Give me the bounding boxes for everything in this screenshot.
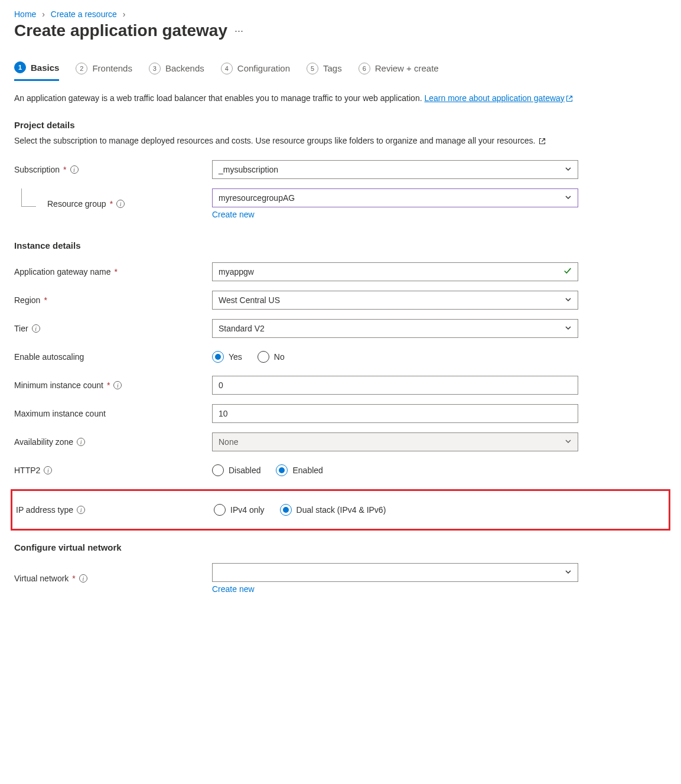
- step-number-icon: 4: [221, 63, 233, 74]
- chevron-down-icon: [565, 324, 572, 333]
- gateway-name-label: Application gateway name *: [14, 267, 212, 276]
- step-number-icon: 3: [149, 63, 161, 74]
- http2-disabled-radio[interactable]: Disabled: [212, 464, 260, 476]
- required-icon: *: [72, 574, 75, 583]
- required-icon: *: [44, 295, 47, 305]
- required-icon: *: [114, 267, 117, 276]
- http2-label: HTTP2 i: [14, 466, 212, 475]
- region-select[interactable]: West Central US: [212, 291, 578, 310]
- autoscaling-yes-radio[interactable]: Yes: [212, 351, 242, 363]
- tier-select[interactable]: Standard V2: [212, 319, 578, 338]
- resource-group-select[interactable]: myresourcegroupAG: [212, 188, 578, 207]
- tab-label: Frontends: [92, 63, 132, 73]
- virtual-network-label: Virtual network * i: [14, 574, 212, 583]
- chevron-down-icon: [565, 165, 572, 174]
- breadcrumb-home[interactable]: Home: [14, 9, 36, 19]
- info-icon[interactable]: i: [32, 324, 40, 333]
- required-icon: *: [107, 380, 110, 390]
- chevron-right-icon: ›: [42, 9, 45, 19]
- radio-icon: [258, 351, 269, 363]
- chevron-down-icon: [565, 437, 572, 447]
- tab-label: Backends: [165, 63, 204, 73]
- tab-configuration[interactable]: 4 Configuration: [221, 61, 290, 81]
- info-icon[interactable]: i: [70, 165, 79, 174]
- external-link-icon: [565, 93, 573, 103]
- required-icon: *: [63, 165, 66, 174]
- breadcrumb-create-resource[interactable]: Create a resource: [51, 9, 117, 19]
- ipv4-only-radio[interactable]: IPv4 only: [214, 504, 265, 516]
- radio-icon: [212, 351, 224, 363]
- chevron-down-icon: [565, 193, 572, 203]
- learn-more-link[interactable]: Learn more about application gateway: [424, 93, 572, 103]
- breadcrumb: Home › Create a resource ›: [14, 9, 667, 19]
- tab-label: Configuration: [237, 63, 290, 73]
- info-icon[interactable]: i: [77, 506, 85, 514]
- radio-icon: [280, 504, 292, 516]
- create-new-rg-link[interactable]: Create new: [212, 210, 255, 219]
- checkmark-icon: [563, 267, 572, 277]
- chevron-down-icon: [565, 568, 572, 577]
- info-icon[interactable]: i: [79, 574, 87, 583]
- external-link-icon[interactable]: [537, 136, 546, 145]
- max-instance-label: Maximum instance count: [14, 409, 212, 418]
- info-icon[interactable]: i: [116, 200, 125, 208]
- max-instance-input[interactable]: 10: [212, 404, 578, 423]
- radio-icon: [214, 504, 226, 516]
- info-icon[interactable]: i: [44, 466, 52, 474]
- ip-address-type-label: IP address type i: [16, 505, 214, 515]
- ip-address-type-highlight: IP address type i IPv4 only Dual stack (…: [11, 489, 670, 531]
- info-icon[interactable]: i: [77, 438, 85, 446]
- step-number-icon: 1: [14, 61, 26, 73]
- tab-review-create[interactable]: 6 Review + create: [359, 61, 439, 81]
- project-details-description: Select the subscription to manage deploy…: [14, 135, 667, 147]
- tab-tags[interactable]: 5 Tags: [307, 61, 342, 81]
- autoscaling-no-radio[interactable]: No: [258, 351, 285, 363]
- info-icon[interactable]: i: [113, 381, 122, 389]
- gateway-name-input[interactable]: myappgw: [212, 262, 578, 281]
- required-icon: *: [110, 199, 113, 209]
- radio-icon: [276, 464, 288, 476]
- tab-label: Basics: [31, 63, 59, 73]
- subscription-label: Subscription * i: [14, 165, 212, 174]
- tab-frontends[interactable]: 2 Frontends: [76, 61, 132, 81]
- tab-basics[interactable]: 1 Basics: [14, 61, 59, 81]
- availability-zone-select[interactable]: None: [212, 432, 578, 451]
- more-actions-button[interactable]: ···: [234, 25, 243, 37]
- radio-icon: [212, 464, 224, 476]
- http2-enabled-radio[interactable]: Enabled: [276, 464, 322, 476]
- tier-label: Tier i: [14, 324, 212, 333]
- availability-zone-label: Availability zone i: [14, 437, 212, 447]
- instance-details-heading: Instance details: [14, 240, 667, 251]
- dual-stack-radio[interactable]: Dual stack (IPv4 & IPv6): [280, 504, 386, 516]
- autoscaling-label: Enable autoscaling: [14, 352, 212, 362]
- tab-label: Tags: [323, 63, 342, 73]
- step-number-icon: 2: [76, 63, 87, 74]
- create-new-vnet-link[interactable]: Create new: [212, 584, 255, 594]
- step-number-icon: 6: [359, 63, 370, 74]
- virtual-network-select[interactable]: [212, 563, 578, 582]
- chevron-down-icon: [565, 295, 572, 305]
- min-instance-label: Minimum instance count * i: [14, 380, 212, 390]
- region-label: Region *: [14, 295, 212, 305]
- resource-group-label: Resource group * i: [14, 199, 212, 209]
- intro-text: An application gateway is a web traffic …: [14, 92, 667, 105]
- step-number-icon: 5: [307, 63, 318, 74]
- configure-vnet-heading: Configure virtual network: [14, 542, 667, 552]
- min-instance-input[interactable]: 0: [212, 376, 578, 395]
- project-details-heading: Project details: [14, 120, 667, 130]
- subscription-select[interactable]: _mysubscription: [212, 160, 578, 179]
- wizard-tabs: 1 Basics 2 Frontends 3 Backends 4 Config…: [14, 61, 667, 82]
- tab-backends[interactable]: 3 Backends: [149, 61, 204, 81]
- tab-label: Review + create: [375, 63, 439, 73]
- page-title: Create application gateway: [14, 21, 227, 40]
- chevron-right-icon: ›: [123, 9, 126, 19]
